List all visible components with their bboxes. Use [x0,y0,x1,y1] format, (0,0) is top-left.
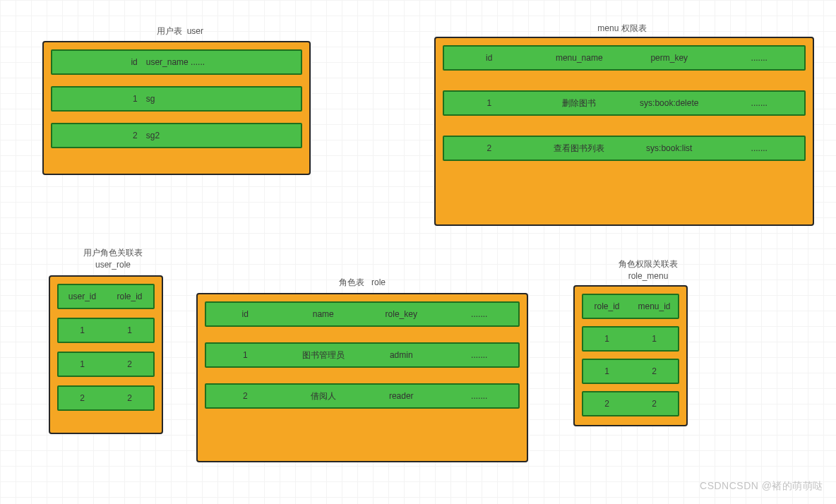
cell: menu_id [631,301,678,311]
cell: menu_name [535,53,625,63]
cell: 2 [631,399,678,409]
cell: 删除图书 [535,97,625,109]
menu-table: id menu_name perm_key ....... 1 删除图书 sys… [434,37,814,226]
table-row: 1 sg [51,86,302,112]
cell: admin [362,350,441,360]
cell: ....... [715,98,805,108]
cell: 2 [583,399,631,409]
user-role-table: user_id role_id 1 1 1 2 2 2 [49,275,163,434]
cell: 2 [106,359,153,369]
cell: 2 [444,143,535,153]
cell: 1 [583,334,631,344]
cell: role_id [583,301,631,311]
cell: role_key [362,309,441,319]
watermark: CSDNCSDN @褚的萌萌哒 [700,480,823,493]
table-row: 1 2 [57,352,155,377]
role-menu-table-title: 角色权限关联表 role_menu [599,258,698,282]
cell: 1 [631,334,678,344]
cell: ....... [441,309,519,319]
cell: role_id [106,292,153,301]
cell: sg2 [142,131,301,140]
cell: id [206,309,285,319]
cell: reader [362,391,441,401]
cell: ....... [715,53,805,63]
table-row: 1 图书管理员 admin ....... [205,342,520,368]
cell: user_id [59,292,106,301]
table-row: 1 1 [582,326,679,352]
table-row: 2 2 [582,391,679,416]
cell: 图书管理员 [285,349,363,361]
table-row: id user_name ...... [51,49,302,75]
cell: 1 [59,359,106,369]
table-row: 2 查看图书列表 sys:book:list ....... [443,136,806,161]
cell: 2 [52,131,142,140]
cell: 1 [444,98,535,108]
cell: 1 [59,325,106,335]
table-row: id name role_key ....... [205,301,520,327]
cell: 2 [59,393,106,403]
cell: id [52,57,142,67]
table-row: role_id menu_id [582,294,679,319]
cell: 1 [106,325,153,335]
table-row: 1 删除图书 sys:book:delete ....... [443,90,806,116]
table-row: 2 借阅人 reader ....... [205,383,520,409]
table-row: 2 2 [57,385,155,411]
role-menu-table: role_id menu_id 1 1 1 2 2 2 [573,285,688,426]
cell: 2 [206,391,285,401]
cell: 借阅人 [285,390,363,402]
cell: perm_key [624,53,715,63]
cell: sys:book:list [624,143,715,153]
cell: ....... [441,391,519,401]
cell: name [285,309,363,319]
menu-table-title: menu 权限表 [569,23,675,35]
cell: user_name ...... [142,57,301,67]
table-row: 2 sg2 [51,123,302,148]
cell: 1 [583,366,631,376]
cell: 2 [106,393,153,403]
table-row: user_id role_id [57,284,155,309]
cell: sg [142,94,301,104]
cell: id [444,53,535,63]
table-row: id menu_name perm_key ....... [443,45,806,71]
user-table: id user_name ...... 1 sg 2 sg2 [42,41,311,175]
role-table: id name role_key ....... 1 图书管理员 admin .… [196,293,528,462]
table-row: 1 2 [582,359,679,384]
cell: ....... [715,143,805,153]
user-role-table-title: 用户角色关联表 user_role [64,247,162,271]
user-table-title: 用户表 user [127,25,233,37]
cell: ....... [441,350,519,360]
cell: 2 [631,366,678,376]
table-row: 1 1 [57,318,155,343]
cell: 1 [52,94,142,104]
role-table-title: 角色表 role [309,277,415,289]
cell: 1 [206,350,285,360]
cell: sys:book:delete [624,98,715,108]
cell: 查看图书列表 [535,143,625,155]
